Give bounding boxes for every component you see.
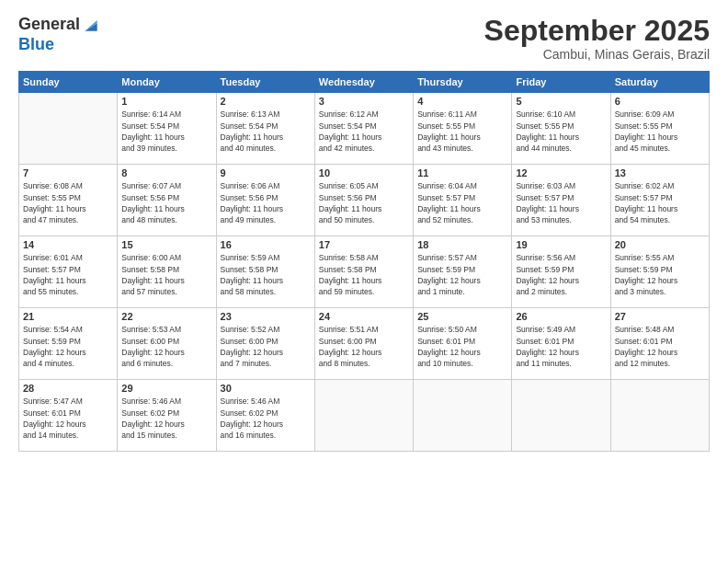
calendar-cell: 12Sunrise: 6:03 AMSunset: 5:57 PMDayligh… (512, 165, 610, 236)
calendar-cell: 24Sunrise: 5:51 AMSunset: 6:00 PMDayligh… (314, 308, 413, 380)
calendar-cell: 22Sunrise: 5:53 AMSunset: 6:00 PMDayligh… (118, 308, 216, 380)
calendar-cell (314, 380, 413, 452)
day-number: 23 (221, 311, 311, 322)
day-info: Sunrise: 5:47 AMSunset: 6:01 PMDaylight:… (23, 396, 113, 441)
calendar-cell: 6Sunrise: 6:09 AMSunset: 5:55 PMDaylight… (610, 93, 709, 165)
day-info: Sunrise: 6:05 AMSunset: 5:56 PMDaylight:… (319, 180, 409, 225)
calendar-day-header: Thursday (414, 72, 512, 93)
day-info: Sunrise: 5:48 AMSunset: 6:01 PMDaylight:… (615, 324, 705, 369)
logo-blue: Blue (18, 35, 54, 53)
calendar-cell: 25Sunrise: 5:50 AMSunset: 6:01 PMDayligh… (414, 308, 512, 380)
location: Cambui, Minas Gerais, Brazil (484, 47, 710, 62)
day-number: 6 (615, 96, 705, 107)
day-info: Sunrise: 6:00 AMSunset: 5:58 PMDaylight:… (121, 252, 211, 297)
calendar-cell: 17Sunrise: 5:58 AMSunset: 5:58 PMDayligh… (314, 236, 413, 308)
logo-general: General (18, 15, 80, 35)
day-number: 4 (417, 96, 507, 107)
calendar-cell (19, 93, 118, 165)
calendar-cell: 21Sunrise: 5:54 AMSunset: 5:59 PMDayligh… (19, 308, 118, 380)
calendar-cell (610, 380, 709, 452)
day-info: Sunrise: 6:01 AMSunset: 5:57 PMDaylight:… (23, 252, 113, 297)
day-number: 24 (319, 311, 409, 322)
day-info: Sunrise: 5:46 AMSunset: 6:02 PMDaylight:… (121, 396, 211, 441)
day-info: Sunrise: 6:10 AMSunset: 5:55 PMDaylight:… (516, 109, 606, 154)
day-info: Sunrise: 5:57 AMSunset: 5:59 PMDaylight:… (417, 252, 507, 297)
calendar-cell: 30Sunrise: 5:46 AMSunset: 6:02 PMDayligh… (216, 380, 314, 452)
calendar: SundayMondayTuesdayWednesdayThursdayFrid… (18, 71, 710, 452)
day-info: Sunrise: 6:08 AMSunset: 5:55 PMDaylight:… (23, 180, 113, 225)
day-info: Sunrise: 5:53 AMSunset: 6:00 PMDaylight:… (121, 324, 211, 369)
day-number: 12 (516, 167, 606, 178)
day-info: Sunrise: 6:02 AMSunset: 5:57 PMDaylight:… (615, 180, 705, 225)
calendar-cell: 29Sunrise: 5:46 AMSunset: 6:02 PMDayligh… (118, 380, 216, 452)
day-info: Sunrise: 6:12 AMSunset: 5:54 PMDaylight:… (319, 109, 409, 154)
day-number: 3 (319, 96, 409, 107)
day-info: Sunrise: 5:55 AMSunset: 5:59 PMDaylight:… (615, 252, 705, 297)
calendar-day-header: Tuesday (216, 72, 314, 93)
calendar-cell: 19Sunrise: 5:56 AMSunset: 5:59 PMDayligh… (512, 236, 610, 308)
day-number: 22 (121, 311, 211, 322)
calendar-week-row: 21Sunrise: 5:54 AMSunset: 5:59 PMDayligh… (19, 308, 710, 380)
day-number: 8 (121, 167, 211, 178)
day-number: 9 (221, 167, 311, 178)
calendar-week-row: 7Sunrise: 6:08 AMSunset: 5:55 PMDaylight… (19, 165, 710, 236)
day-info: Sunrise: 5:49 AMSunset: 6:01 PMDaylight:… (516, 324, 606, 369)
calendar-week-row: 1Sunrise: 6:14 AMSunset: 5:54 PMDaylight… (19, 93, 710, 165)
day-number: 21 (23, 311, 113, 322)
day-info: Sunrise: 6:09 AMSunset: 5:55 PMDaylight:… (615, 109, 705, 154)
calendar-cell: 27Sunrise: 5:48 AMSunset: 6:01 PMDayligh… (610, 308, 709, 380)
day-info: Sunrise: 6:11 AMSunset: 5:55 PMDaylight:… (417, 109, 507, 154)
day-info: Sunrise: 6:07 AMSunset: 5:56 PMDaylight:… (121, 180, 211, 225)
day-number: 27 (615, 311, 705, 322)
day-number: 19 (516, 239, 606, 250)
day-number: 15 (121, 239, 211, 250)
calendar-cell: 1Sunrise: 6:14 AMSunset: 5:54 PMDaylight… (118, 93, 216, 165)
calendar-week-row: 28Sunrise: 5:47 AMSunset: 6:01 PMDayligh… (19, 380, 710, 452)
calendar-cell: 3Sunrise: 6:12 AMSunset: 5:54 PMDaylight… (314, 93, 413, 165)
calendar-cell: 28Sunrise: 5:47 AMSunset: 6:01 PMDayligh… (19, 380, 118, 452)
page: General Blue September 2025 Cambui, Mina… (0, 0, 728, 563)
day-number: 26 (516, 311, 606, 322)
day-number: 17 (319, 239, 409, 250)
day-number: 2 (221, 96, 311, 107)
day-info: Sunrise: 5:50 AMSunset: 6:01 PMDaylight:… (417, 324, 507, 369)
day-number: 1 (121, 96, 211, 107)
logo-triangle-icon (82, 16, 100, 34)
calendar-day-header: Friday (512, 72, 610, 93)
calendar-cell: 11Sunrise: 6:04 AMSunset: 5:57 PMDayligh… (414, 165, 512, 236)
day-info: Sunrise: 6:03 AMSunset: 5:57 PMDaylight:… (516, 180, 606, 225)
day-number: 29 (121, 383, 211, 394)
title-section: September 2025 Cambui, Minas Gerais, Bra… (484, 15, 710, 62)
calendar-cell: 20Sunrise: 5:55 AMSunset: 5:59 PMDayligh… (610, 236, 709, 308)
calendar-cell: 26Sunrise: 5:49 AMSunset: 6:01 PMDayligh… (512, 308, 610, 380)
day-number: 11 (417, 167, 507, 178)
day-info: Sunrise: 5:51 AMSunset: 6:00 PMDaylight:… (319, 324, 409, 369)
day-number: 7 (23, 167, 113, 178)
calendar-cell: 16Sunrise: 5:59 AMSunset: 5:58 PMDayligh… (216, 236, 314, 308)
calendar-cell: 15Sunrise: 6:00 AMSunset: 5:58 PMDayligh… (118, 236, 216, 308)
day-info: Sunrise: 6:13 AMSunset: 5:54 PMDaylight:… (221, 109, 311, 154)
calendar-week-row: 14Sunrise: 6:01 AMSunset: 5:57 PMDayligh… (19, 236, 710, 308)
calendar-cell: 14Sunrise: 6:01 AMSunset: 5:57 PMDayligh… (19, 236, 118, 308)
calendar-cell: 5Sunrise: 6:10 AMSunset: 5:55 PMDaylight… (512, 93, 610, 165)
calendar-cell: 18Sunrise: 5:57 AMSunset: 5:59 PMDayligh… (414, 236, 512, 308)
header: General Blue September 2025 Cambui, Mina… (18, 15, 710, 62)
day-number: 28 (23, 383, 113, 394)
day-info: Sunrise: 6:14 AMSunset: 5:54 PMDaylight:… (121, 109, 211, 154)
calendar-cell: 2Sunrise: 6:13 AMSunset: 5:54 PMDaylight… (216, 93, 314, 165)
day-info: Sunrise: 5:54 AMSunset: 5:59 PMDaylight:… (23, 324, 113, 369)
calendar-day-header: Saturday (610, 72, 709, 93)
day-info: Sunrise: 6:04 AMSunset: 5:57 PMDaylight:… (417, 180, 507, 225)
day-info: Sunrise: 5:52 AMSunset: 6:00 PMDaylight:… (221, 324, 311, 369)
calendar-cell: 7Sunrise: 6:08 AMSunset: 5:55 PMDaylight… (19, 165, 118, 236)
day-info: Sunrise: 5:46 AMSunset: 6:02 PMDaylight:… (221, 396, 311, 441)
calendar-header-row: SundayMondayTuesdayWednesdayThursdayFrid… (19, 72, 710, 93)
day-info: Sunrise: 5:56 AMSunset: 5:59 PMDaylight:… (516, 252, 606, 297)
day-number: 16 (221, 239, 311, 250)
calendar-cell: 4Sunrise: 6:11 AMSunset: 5:55 PMDaylight… (414, 93, 512, 165)
day-number: 13 (615, 167, 705, 178)
calendar-day-header: Monday (118, 72, 216, 93)
day-number: 30 (221, 383, 311, 394)
calendar-cell: 10Sunrise: 6:05 AMSunset: 5:56 PMDayligh… (314, 165, 413, 236)
calendar-cell: 23Sunrise: 5:52 AMSunset: 6:00 PMDayligh… (216, 308, 314, 380)
